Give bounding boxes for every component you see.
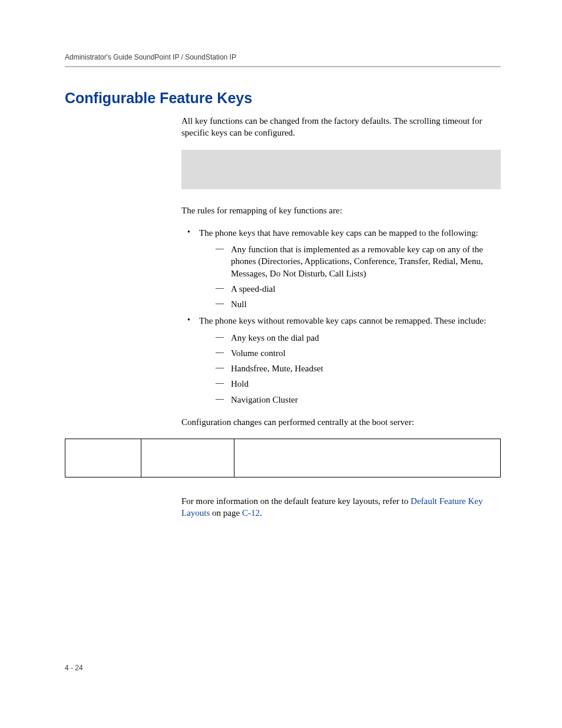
page-number: 4 - 24: [65, 664, 83, 672]
note-box: [181, 150, 501, 189]
section-heading: Configurable Feature Keys: [65, 90, 501, 107]
rule-text: The phone keys that have removable key c…: [199, 228, 478, 238]
table-cell: [234, 439, 501, 477]
running-header: Administrator's Guide SoundPoint IP / So…: [65, 53, 501, 67]
rule-subitem: Any function that is implemented as a re…: [199, 243, 501, 279]
more-info-pre: For more information on the default feat…: [181, 496, 411, 506]
table-cell: [141, 439, 234, 477]
rules-intro: The rules for remapping of key functions…: [181, 205, 501, 216]
table-cell: [65, 439, 141, 477]
rule-subitem: A speed-dial: [199, 283, 501, 295]
rule-subitem: Any keys on the dial pad: [199, 332, 501, 344]
rule-subitem: Hold: [199, 378, 501, 390]
rule-text: The phone keys without removable key cap…: [199, 316, 486, 325]
rule-subitem: Volume control: [199, 347, 501, 359]
config-line: Configuration changes can performed cent…: [181, 416, 501, 428]
rule-subitem: Null: [199, 298, 501, 310]
rule-sublist: Any keys on the dial pad Volume control …: [199, 332, 501, 406]
rule-item: The phone keys that have removable key c…: [181, 227, 501, 311]
rules-list: The phone keys that have removable key c…: [181, 227, 501, 406]
rule-item: The phone keys without removable key cap…: [181, 315, 501, 406]
more-info-mid: on page: [210, 508, 242, 518]
intro-paragraph: All key functions can be changed from th…: [181, 115, 501, 139]
rule-subitem: Handsfree, Mute, Headset: [199, 363, 501, 374]
link-page-ref[interactable]: C-12: [242, 508, 260, 518]
rule-subitem: Navigation Cluster: [199, 394, 501, 406]
more-info-post: .: [260, 508, 262, 518]
table-row: [65, 439, 501, 477]
config-table: [65, 439, 501, 477]
more-info-paragraph: For more information on the default feat…: [181, 495, 501, 519]
rule-sublist: Any function that is implemented as a re…: [199, 243, 501, 310]
